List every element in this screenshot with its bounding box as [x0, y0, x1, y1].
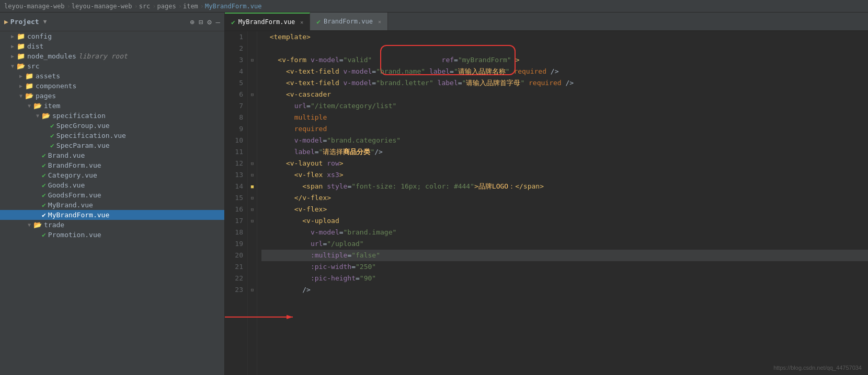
folder-icon: 📁: [25, 82, 33, 90]
tab-BrandForm[interactable]: ✔ BrandForm.vue ✕: [310, 13, 388, 30]
sidebar-toolbar: ⊕ ⊟ ⚙ —: [190, 18, 220, 26]
tree-item-MyBrandForm[interactable]: ✔ MyBrandForm.vue: [0, 210, 224, 220]
breadcrumb-item[interactable]: pages: [157, 3, 176, 10]
code-line-23: />: [261, 284, 868, 296]
fold-icon[interactable]: ⊟: [251, 287, 254, 292]
vue-icon: ✔: [50, 132, 54, 139]
vue-file-icon: ✔: [231, 18, 235, 26]
bookmark-icon[interactable]: ■: [251, 184, 254, 189]
folder-icon: 📂: [25, 92, 33, 100]
tab-MyBrandForm[interactable]: ✔ MyBrandForm.vue ✕: [225, 13, 310, 30]
tree-item-trade[interactable]: ▼ 📂 trade: [0, 220, 224, 230]
tree-item-src[interactable]: ▼ 📂 src: [0, 61, 224, 71]
highlighted-chinese: 商品分类: [343, 146, 370, 158]
code-line-3: <v-form v-model = "valid" ref="myBrandFo…: [261, 54, 868, 66]
tree-item-SpecParam[interactable]: ✔ SpecParam.vue: [0, 140, 224, 150]
folder-icon: 📂: [33, 102, 42, 110]
fold-icon[interactable]: ⊟: [251, 195, 254, 201]
folder-icon: 📂: [17, 62, 25, 70]
tree-item-assets[interactable]: ▶ 📁 assets: [0, 71, 224, 81]
watermark: https://blog.csdn.net/qq_44757034: [773, 365, 862, 371]
close-sidebar-icon[interactable]: —: [216, 18, 220, 26]
vue-icon: ✔: [42, 161, 46, 169]
line-numbers: 1 2 3 4 5 6 7 8 9 10 11 12 13 14 15 16 1: [225, 31, 248, 375]
project-label: ▶ Project ▼: [4, 18, 190, 26]
fold-icon[interactable]: ⊟: [251, 57, 254, 63]
code-line-22: :pic-height = "90": [261, 273, 868, 284]
fold-icon[interactable]: ⊟: [251, 218, 254, 224]
project-sidebar: ▶ Project ▼ ⊕ ⊟ ⚙ — ▶ 📁 config: [0, 13, 225, 375]
vue-icon: ✔: [42, 151, 46, 159]
code-line-1: <template>: [261, 31, 868, 43]
tree-item-Category[interactable]: ✔ Category.vue: [0, 170, 224, 180]
code-line-11: label = " 请选择 商品分类 " />: [261, 146, 868, 158]
vue-file-icon: ✔: [316, 18, 321, 26]
tree-item-Brand[interactable]: ✔ Brand.vue: [0, 150, 224, 160]
code-line-14: <span style = "font-size: 16px; color: #…: [261, 181, 868, 192]
vue-icon: ✔: [42, 231, 46, 239]
tab-label: BrandForm.vue: [324, 18, 373, 25]
tree-item-BrandForm[interactable]: ✔ BrandForm.vue: [0, 160, 224, 170]
locate-icon[interactable]: ⊕: [190, 18, 194, 26]
breadcrumb-item[interactable]: item: [183, 3, 198, 10]
tree-item-dist[interactable]: ▶ 📁 dist: [0, 41, 224, 51]
collapse-icon[interactable]: ⊟: [199, 18, 203, 26]
vue-icon: ✔: [42, 191, 46, 199]
folder-icon: 📂: [33, 221, 42, 229]
code-line-15: </v-flex>: [261, 192, 868, 204]
tree-item-pages[interactable]: ▼ 📂 pages: [0, 91, 224, 101]
code-line-16: <v-flex>: [261, 204, 868, 215]
project-folder-icon: ▶: [4, 18, 8, 26]
fold-icon[interactable]: ⊟: [251, 92, 254, 97]
folder-icon: 📁: [17, 32, 25, 40]
project-title: Project: [10, 18, 39, 26]
code-line-20: :multiple = "false": [261, 250, 868, 261]
tree-item-Goods[interactable]: ✔ Goods.vue: [0, 180, 224, 190]
vue-icon: ✔: [42, 211, 46, 219]
breadcrumb-item[interactable]: leyou-manage-web: [4, 3, 65, 10]
tab-close-button[interactable]: ✕: [378, 19, 381, 25]
folder-icon: 📁: [25, 72, 33, 80]
file-tree: ▶ 📁 config ▶ 📁 dist ▶ 📁 node_modules lib…: [0, 31, 224, 240]
code-line-7: url = "/item/category/list": [261, 100, 868, 112]
project-dropdown-icon[interactable]: ▼: [43, 18, 47, 25]
editor-content: 1 2 3 4 5 6 7 8 9 10 11 12 13 14 15 16 1: [225, 31, 868, 375]
vue-icon: ✔: [42, 181, 46, 189]
fold-icon[interactable]: ⊟: [251, 207, 254, 212]
code-line-13: <v-flex xs3 >: [261, 169, 868, 181]
tree-item-Promotion[interactable]: ✔ Promotion.vue: [0, 230, 224, 240]
vue-icon: ✔: [42, 171, 46, 179]
tree-item-components[interactable]: ▶ 📁 components: [0, 81, 224, 91]
breadcrumb-item-active[interactable]: MyBrandForm.vue: [205, 3, 261, 10]
code-line-21: :pic-width = "250": [261, 261, 868, 273]
tree-item-specification[interactable]: ▼ 📂 specification: [0, 111, 224, 121]
tree-item-GoodsForm[interactable]: ✔ GoodsForm.vue: [0, 190, 224, 200]
code-line-10: v-model = "brand.categories": [261, 135, 868, 146]
code-line-6: <v-cascader: [261, 89, 868, 100]
code-line-8: multiple: [261, 112, 868, 123]
tree-item-SpecGroup[interactable]: ✔ SpecGroup.vue: [0, 121, 224, 131]
breadcrumb-item[interactable]: leyou-manage-web: [72, 3, 132, 10]
tab-close-button[interactable]: ✕: [300, 19, 303, 25]
tab-label: MyBrandForm.vue: [238, 18, 295, 26]
code-line-9: required: [261, 123, 868, 135]
tree-item-Specification[interactable]: ✔ Specification.vue: [0, 131, 224, 140]
sidebar-header: ▶ Project ▼ ⊕ ⊟ ⚙ —: [0, 13, 224, 31]
right-panel: ✔ MyBrandForm.vue ✕ ✔ BrandForm.vue ✕ 1 …: [225, 13, 868, 375]
breadcrumb-item[interactable]: src: [139, 3, 151, 10]
tab-bar: ✔ MyBrandForm.vue ✕ ✔ BrandForm.vue ✕: [225, 13, 868, 31]
code-line-4: <v-text-field v-model = "brand.name" lab…: [261, 66, 868, 77]
tree-item-item[interactable]: ▼ 📂 item: [0, 101, 224, 111]
tree-item-config[interactable]: ▶ 📁 config: [0, 31, 224, 41]
fold-icon[interactable]: ⊟: [251, 161, 254, 166]
code-line-18: v-model = "brand.image": [261, 227, 868, 238]
fold-icon[interactable]: ⊟: [251, 172, 254, 178]
code-gutter: ⊟ ⊟ ⊟ ⊟ ■ ⊟ ⊟ ⊟: [248, 31, 257, 375]
code-editor[interactable]: <template> <v-form v-model = "valid": [257, 31, 868, 375]
tree-item-node_modules[interactable]: ▶ 📁 node_modules library root: [0, 51, 224, 61]
editor-area[interactable]: 1 2 3 4 5 6 7 8 9 10 11 12 13 14 15 16 1: [225, 31, 868, 375]
settings-icon[interactable]: ⚙: [207, 18, 211, 26]
tree-item-MyBrand[interactable]: ✔ MyBrand.vue: [0, 200, 224, 210]
breadcrumb-bar: leyou-manage-web › leyou-manage-web › sr…: [0, 0, 868, 13]
folder-icon: 📂: [42, 112, 50, 120]
